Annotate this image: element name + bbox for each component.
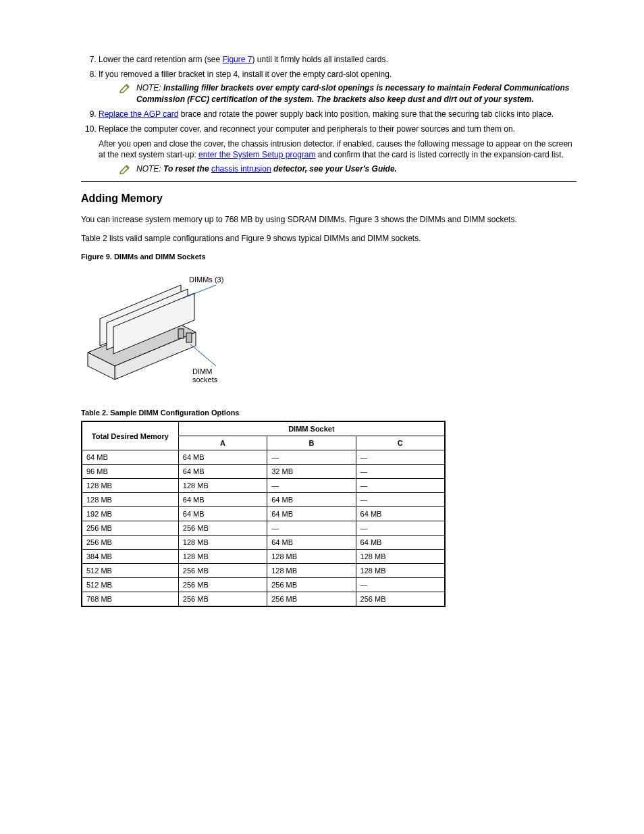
table-cell: 128 MB [178, 536, 267, 550]
system-setup-link[interactable]: enter the System Setup program [198, 150, 315, 159]
svg-rect-6 [178, 329, 184, 338]
table-cell: — [267, 521, 356, 536]
table-cell: 256 MB [267, 592, 356, 607]
figure-link[interactable]: Figure 7 [222, 55, 252, 64]
table-cell: 256 MB [267, 578, 356, 592]
table-cell: — [356, 465, 445, 479]
table-cell: 64 MB [267, 536, 356, 550]
table-cell: 256 MB [82, 536, 178, 550]
paragraph: You can increase system memory up to 768… [81, 214, 576, 226]
svg-line-9 [190, 344, 216, 366]
th-b: B [267, 436, 356, 450]
table-cell: 64 MB [178, 507, 267, 521]
table-row: 256 MB128 MB64 MB64 MB [82, 536, 445, 550]
note-block: NOTE: Installing filler brackets over em… [119, 82, 576, 104]
note-label: NOTE: [136, 83, 161, 93]
table-cell: 128 MB [178, 550, 267, 564]
section-divider [81, 181, 576, 182]
table-cell: 64 MB [178, 493, 267, 507]
table-cell: — [267, 450, 356, 465]
table-cell: 128 MB [267, 564, 356, 578]
step-text: Lower the card retention arm (see [99, 55, 222, 64]
table-row: 128 MB128 MB—— [82, 479, 445, 493]
note-body: To reset the [161, 164, 211, 174]
paragraph: Table 2 lists valid sample configuration… [81, 233, 576, 244]
table-cell: 256 MB [178, 578, 267, 592]
table-row: 192 MB64 MB64 MB64 MB [82, 507, 445, 521]
table-row: 96 MB64 MB32 MB— [82, 465, 445, 479]
table-cell: 256 MB [178, 592, 267, 607]
th-total: Total Desired Memory [82, 421, 178, 450]
table-row: 64 MB64 MB—— [82, 450, 445, 465]
figure-dimm-sockets: DIMMs (3) DIMM sockets [81, 265, 576, 395]
note-label: NOTE: [136, 164, 161, 174]
step-10: Replace the computer cover, and reconnec… [99, 124, 576, 174]
th-a: A [178, 436, 267, 450]
table-cell: 256 MB [356, 592, 445, 607]
dimm-config-table: Total Desired Memory DIMM Socket A B C 6… [81, 421, 446, 607]
figure-label: sockets [192, 375, 218, 384]
step-7: Lower the card retention arm (see Figure… [99, 54, 576, 65]
table-row: 512 MB256 MB256 MB— [82, 578, 445, 592]
table-row: 768 MB256 MB256 MB256 MB [82, 592, 445, 607]
table-cell: 768 MB [82, 592, 178, 607]
figure-label: DIMM [192, 367, 212, 375]
table-cell: 64 MB [82, 450, 178, 465]
table-cell: 32 MB [267, 465, 356, 479]
th-c: C [356, 436, 445, 450]
section-title: Adding Memory [81, 192, 576, 205]
after-step-text-post: and confirm that the card is listed corr… [315, 150, 564, 159]
table-cell: — [356, 479, 445, 493]
note-icon [119, 82, 132, 93]
note-body-post: detector, see your User's Guide. [271, 164, 397, 174]
table-cell: 128 MB [82, 493, 178, 507]
table-cell: 512 MB [82, 578, 178, 592]
svg-rect-7 [186, 333, 192, 342]
table-cell: 128 MB [178, 479, 267, 493]
note-block: NOTE: To reset the chassis intrusion det… [119, 163, 576, 174]
chassis-intrusion-link[interactable]: chassis intrusion [211, 164, 271, 174]
replace-agp-link[interactable]: Replace the AGP card [99, 109, 179, 119]
table-cell: — [356, 493, 445, 507]
table-cell: 256 MB [178, 564, 267, 578]
table-cell: 512 MB [82, 564, 178, 578]
table-row: 128 MB64 MB64 MB— [82, 493, 445, 507]
step-text: brace and rotate the power supply back i… [179, 109, 554, 119]
table-cell: 64 MB [356, 536, 445, 550]
table-cell: — [356, 450, 445, 465]
step-9: Replace the AGP card brace and rotate th… [99, 109, 576, 120]
note-body: Installing filler brackets over empty ca… [136, 83, 570, 103]
table-row: 384 MB128 MB128 MB128 MB [82, 550, 445, 564]
table-row: 256 MB256 MB—— [82, 521, 445, 536]
table-cell: 96 MB [82, 465, 178, 479]
figure-caption: Figure 9. DIMMs and DIMM Sockets [81, 253, 576, 261]
table-cell: 192 MB [82, 507, 178, 521]
step-text: Replace the computer cover, and reconnec… [99, 124, 515, 134]
table-cell: 384 MB [82, 550, 178, 564]
table-cell: — [356, 521, 445, 536]
table-cell: 64 MB [267, 507, 356, 521]
step-8: If you removed a filler bracket in step … [99, 69, 576, 105]
table-cell: — [267, 479, 356, 493]
table-cell: 128 MB [356, 564, 445, 578]
step-text-post: ) until it firmly holds all installed ca… [252, 55, 387, 64]
note-icon [119, 163, 132, 174]
table-cell: 256 MB [82, 521, 178, 536]
table-caption: Table 2. Sample DIMM Configuration Optio… [81, 409, 576, 417]
step-text: If you removed a filler bracket in step … [99, 70, 346, 79]
table-cell: 128 MB [267, 550, 356, 564]
table-cell: 128 MB [82, 479, 178, 493]
step-text-post: slot opening. [346, 70, 392, 79]
th-group: DIMM Socket [178, 421, 445, 436]
table-cell: 128 MB [356, 550, 445, 564]
table-cell: — [356, 578, 445, 592]
figure-label: DIMMs (3) [189, 276, 223, 284]
table-cell: 64 MB [267, 493, 356, 507]
table-cell: 256 MB [178, 521, 267, 536]
table-cell: 64 MB [356, 507, 445, 521]
table-row: 512 MB256 MB128 MB128 MB [82, 564, 445, 578]
table-cell: 64 MB [178, 450, 267, 465]
table-cell: 64 MB [178, 465, 267, 479]
